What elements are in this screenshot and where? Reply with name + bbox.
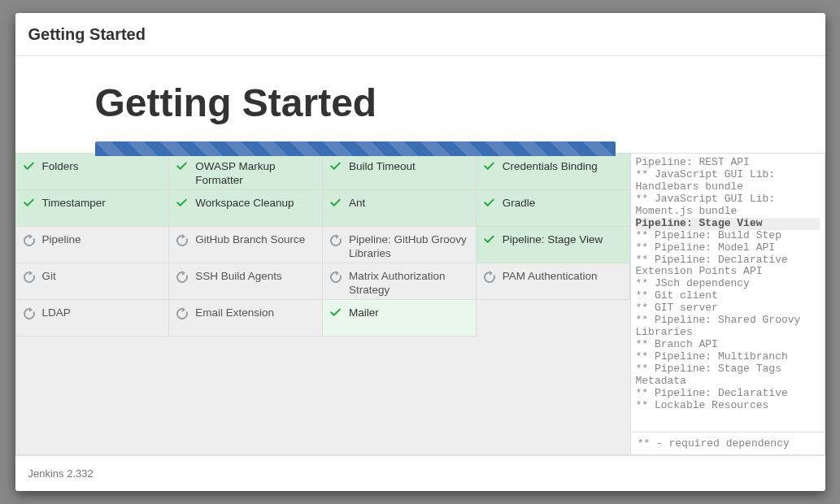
check-icon [176,161,189,174]
refresh-icon [329,234,342,247]
plugin-name: Credentials Binding [503,160,598,174]
log-line: ** Pipeline: Declarative [636,388,820,400]
plugin-tile: Pipeline [16,227,170,263]
plugin-tile: Gradle [477,190,630,227]
check-icon [329,198,342,211]
log-line: ** Pipeline: Build Step [636,230,820,242]
refresh-icon [23,234,36,247]
log-line: ** Branch API [636,339,820,351]
check-icon [483,161,496,174]
plugin-tile: Workspace Cleanup [169,190,323,227]
plugin-name: Gradle [503,197,536,211]
plugin-name: Email Extension [195,306,274,320]
plugin-tile: Build Timeout [323,154,477,190]
refresh-icon [176,234,189,247]
plugin-name: PAM Authentication [503,270,598,284]
plugin-name: Pipeline [42,233,81,247]
log-line: ** Pipeline: Shared Groovy Libraries [636,315,820,339]
plugin-name: OWASP Markup Formatter [195,160,317,188]
log-line: ** Lockable Resources [636,400,820,412]
page-title: Getting Started [95,80,825,125]
plugin-name: Folders [42,160,79,174]
plugin-tile: Ant [323,190,477,227]
refresh-icon [23,307,36,320]
log-line: ** JSch dependency [636,278,820,290]
check-icon [23,198,36,211]
check-icon [329,307,342,320]
plugin-grid: FoldersOWASP Markup FormatterBuild Timeo… [15,153,630,455]
log-line: ** JavaScript GUI Lib: Handlebars bundle [636,169,820,193]
setup-wizard-modal: Getting Started Getting Started FoldersO… [15,13,825,491]
banner: Getting Started [15,56,825,133]
plugin-tile: Pipeline: Stage View [477,227,630,263]
plugin-name: Git [42,270,56,284]
log-line: ** Pipeline: Declarative Extension Point… [636,254,820,279]
plugin-name: GitHub Branch Source [195,233,305,247]
plugin-tile: Matrix Authorization Strategy [323,263,477,300]
modal-footer: Jenkins 2.332 [15,455,825,491]
plugin-tile: OWASP Markup Formatter [169,154,323,190]
plugin-name: Workspace Cleanup [195,197,294,211]
check-icon [23,161,36,174]
modal-header: Getting Started [15,13,825,56]
check-icon [176,198,189,211]
plugin-name: Pipeline: GitHub Groovy Libraries [349,233,471,261]
log-line: ** Pipeline: Stage Tags Metadata [636,363,820,388]
plugin-name: LDAP [42,306,71,320]
check-icon [483,234,496,247]
plugin-name: Build Timeout [349,160,416,174]
modal-title: Getting Started [28,25,812,44]
dependency-log[interactable]: Pipeline: REST API** JavaScript GUI Lib:… [631,154,825,432]
check-icon [329,161,342,174]
log-line: ** Pipeline: Model API [636,242,820,254]
log-line-current: Pipeline: Stage View [636,218,820,230]
plugin-tile: PAM Authentication [477,263,630,300]
plugin-tile: Git [16,263,170,300]
log-line: ** Pipeline: Multibranch [636,351,820,363]
dependency-log-panel: Pipeline: REST API** JavaScript GUI Lib:… [630,153,825,455]
check-icon [483,198,496,211]
plugin-name: Ant [349,197,365,211]
plugin-name: Mailer [349,306,379,320]
progress-bar [95,141,616,156]
plugin-tile: Pipeline: GitHub Groovy Libraries [323,227,477,263]
progress-bar-container [95,141,616,156]
plugin-tile: Timestamper [16,190,170,227]
plugin-name: Matrix Authorization Strategy [349,270,471,298]
log-line: Pipeline: REST API [636,157,820,169]
jenkins-version: Jenkins 2.332 [28,467,94,480]
refresh-icon [483,271,496,284]
plugin-name: Pipeline: Stage View [503,233,603,247]
refresh-icon [176,271,189,284]
plugin-name: SSH Build Agents [195,270,282,284]
plugin-name: Timestamper [42,197,106,211]
plugin-tile: LDAP [16,300,170,337]
refresh-icon [329,271,342,284]
refresh-icon [23,271,36,284]
log-line: ** GIT server [636,302,820,315]
log-line: ** JavaScript GUI Lib: Moment.js bundle [636,193,820,218]
log-line: ** Git client [636,290,820,302]
plugin-tile: Folders [16,154,170,190]
refresh-icon [176,307,189,320]
dependency-log-footer: ** - required dependency [631,432,825,454]
plugin-tile: Email Extension [169,300,323,337]
plugin-tile: Mailer [323,300,477,337]
plugin-tile: Credentials Binding [477,154,630,190]
plugin-tile: SSH Build Agents [169,263,323,300]
plugin-tile: GitHub Branch Source [169,227,323,263]
